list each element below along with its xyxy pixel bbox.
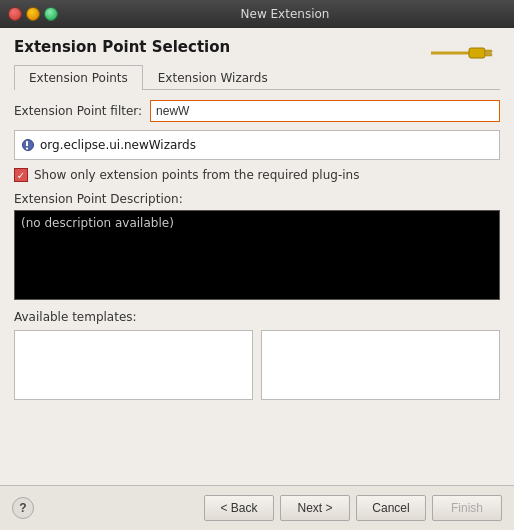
template-box-left[interactable] (14, 330, 253, 400)
checkbox-label: Show only extension points from the requ… (34, 168, 359, 182)
help-button[interactable]: ? (12, 497, 34, 519)
description-title: Extension Point Description: (14, 192, 500, 206)
svg-rect-3 (485, 54, 492, 57)
next-button[interactable]: Next > (280, 495, 350, 521)
filter-label: Extension Point filter: (14, 104, 142, 118)
extension-point-label: org.eclipse.ui.newWizards (40, 138, 196, 152)
templates-title: Available templates: (14, 310, 500, 324)
bottom-bar: ? < Back Next > Cancel Finish (0, 485, 514, 530)
window-title: New Extension (64, 7, 506, 21)
close-button[interactable] (8, 7, 22, 21)
tab-extension-points[interactable]: Extension Points (14, 65, 143, 90)
description-text: (no description available) (21, 216, 174, 230)
templates-area (14, 330, 500, 400)
extension-point-icon (21, 138, 35, 152)
finish-button[interactable]: Finish (432, 495, 502, 521)
list-item: org.eclipse.ui.newWizards (21, 138, 196, 152)
tab-extension-wizards[interactable]: Extension Wizards (143, 65, 283, 90)
svg-rect-1 (469, 48, 485, 58)
minimize-button[interactable] (26, 7, 40, 21)
template-box-right[interactable] (261, 330, 500, 400)
cancel-button[interactable]: Cancel (356, 495, 426, 521)
filter-input[interactable] (150, 100, 500, 122)
back-button[interactable]: < Back (204, 495, 274, 521)
extension-point-list[interactable]: org.eclipse.ui.newWizards (14, 130, 500, 160)
show-required-checkbox[interactable] (14, 168, 28, 182)
checkbox-row[interactable]: Show only extension points from the requ… (14, 168, 500, 182)
window-controls (8, 7, 58, 21)
maximize-button[interactable] (44, 7, 58, 21)
filter-row: Extension Point filter: (14, 100, 500, 122)
plugin-icon-area (426, 38, 496, 68)
titlebar: New Extension (0, 0, 514, 28)
svg-rect-5 (26, 141, 28, 146)
svg-rect-6 (26, 148, 28, 150)
main-content: Extension Point Selection Extension Poin… (0, 28, 514, 424)
description-box: (no description available) (14, 210, 500, 300)
svg-rect-2 (485, 50, 492, 53)
plug-icon (431, 42, 496, 64)
